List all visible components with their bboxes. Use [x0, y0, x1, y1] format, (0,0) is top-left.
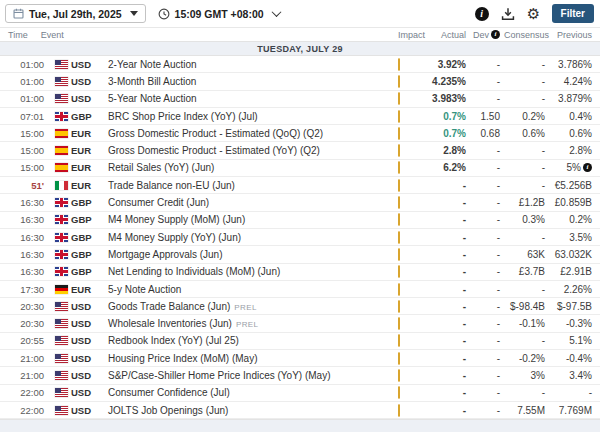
event-row[interactable]: 16:30 GBP M4 Money Supply (MoM) (Jun) - … — [0, 212, 600, 229]
deviation-value: - — [470, 232, 504, 243]
currency-cell: EUR — [48, 162, 100, 173]
impact-meter-icon — [398, 265, 400, 278]
currency-cell: USD — [48, 76, 100, 87]
deviation-value: - — [470, 405, 504, 416]
event-name: M4 Money Supply (MoM) (Jun) — [100, 214, 390, 225]
us-flag-icon — [55, 354, 68, 363]
event-time: 20:30 — [0, 301, 48, 312]
event-row[interactable]: 07:01 GBP BRC Shop Price Index (YoY) (Ju… — [0, 108, 600, 125]
currency-code: USD — [71, 335, 91, 346]
consensus-value: - — [504, 93, 550, 104]
event-row[interactable]: 22:00 USD Consumer Confidence (Jul) - - … — [0, 385, 600, 402]
event-name: Redbook Index (YoY) (Jul 25) — [100, 335, 390, 346]
date-picker-label: Tue, Jul 29th, 2025 — [29, 8, 122, 20]
gb-flag-icon — [55, 267, 68, 276]
event-time: 16:30 — [0, 197, 48, 208]
event-time: 21:00 — [0, 370, 48, 381]
timezone-label: 15:09 GMT +08:00 — [175, 8, 264, 20]
previous-info-icon[interactable]: i — [583, 163, 592, 172]
actual-value: - — [430, 232, 470, 243]
gb-flag-icon — [55, 198, 68, 207]
timezone-selector[interactable]: 15:09 GMT +08:00 — [158, 8, 280, 20]
actual-value: - — [430, 405, 470, 416]
event-row[interactable]: 16:30 GBP Net Lending to Individuals (Mo… — [0, 264, 600, 281]
event-row[interactable]: 20:55 USD Redbook Index (YoY) (Jul 25) -… — [0, 333, 600, 350]
event-row[interactable]: 16:30 GBP M4 Money Supply (YoY) (Jun) - … — [0, 229, 600, 246]
column-header-dev: Devi — [470, 30, 504, 40]
event-row[interactable]: 01:00 USD 3-Month Bill Auction 4.235% - … — [0, 73, 600, 90]
event-row[interactable]: 51' EUR Trade Balance non-EU (Jun) - - -… — [0, 177, 600, 194]
currency-cell: GBP — [48, 266, 100, 277]
actual-value: 3.92% — [430, 59, 470, 70]
currency-cell: EUR — [48, 284, 100, 295]
dev-info-icon[interactable]: i — [491, 30, 500, 39]
event-row[interactable]: 16:30 GBP Consumer Credit (Jun) - - £1.2… — [0, 194, 600, 211]
event-name: 5-y Note Auction — [100, 284, 390, 295]
impact-cell — [390, 266, 430, 277]
event-row[interactable]: 21:00 USD S&P/Case-Shiller Home Price In… — [0, 367, 600, 384]
consensus-value: £1.2B — [504, 197, 550, 208]
event-time: 17:30 — [0, 284, 48, 295]
date-picker[interactable]: Tue, Jul 29th, 2025 — [5, 4, 146, 23]
event-row[interactable]: 15:00 EUR Retail Sales (YoY) (Jun) 6.2% … — [0, 160, 600, 177]
impact-meter-icon — [398, 75, 400, 88]
impact-meter-icon — [398, 369, 400, 382]
previous-value: 2.8% — [550, 145, 600, 156]
es-flag-icon — [55, 129, 68, 138]
previous-value: 3.4% — [550, 370, 600, 381]
deviation-value: - — [470, 214, 504, 225]
event-row[interactable]: 21:00 USD Housing Price Index (MoM) (May… — [0, 350, 600, 367]
consensus-value: - — [504, 335, 550, 346]
us-flag-icon — [55, 406, 68, 415]
deviation-value: - — [470, 162, 504, 173]
previous-value: -0.4% — [550, 353, 600, 364]
impact-cell — [390, 353, 430, 364]
event-name: Gross Domestic Product - Estimated (YoY)… — [100, 145, 390, 156]
actual-value: 3.983% — [430, 93, 470, 104]
consensus-value: -0.2% — [504, 353, 550, 364]
impact-cell — [390, 387, 430, 398]
event-row[interactable]: 20:30 USD Wholesale Inventories (Jun)PRE… — [0, 315, 600, 332]
info-button[interactable]: i — [472, 4, 492, 24]
impact-cell — [390, 93, 430, 104]
us-flag-icon — [55, 319, 68, 328]
us-flag-icon — [55, 302, 68, 311]
impact-cell — [390, 232, 430, 243]
currency-code: USD — [71, 301, 91, 312]
event-name: Retail Sales (YoY) (Jun) — [100, 162, 390, 173]
impact-meter-icon — [398, 248, 400, 261]
event-time: 16:30 — [0, 214, 48, 225]
event-name: 3-Month Bill Auction — [100, 76, 390, 87]
previous-value: €5.256B — [550, 180, 600, 191]
event-row[interactable]: 15:00 EUR Gross Domestic Product - Estim… — [0, 142, 600, 159]
previous-value: -0.3% — [550, 318, 600, 329]
column-header-consensus: Consensus — [504, 30, 550, 40]
event-row[interactable]: 15:00 EUR Gross Domestic Product - Estim… — [0, 125, 600, 142]
column-header-actual: Actual — [430, 30, 470, 40]
es-flag-icon — [55, 146, 68, 155]
previous-value: 3.879% — [550, 93, 600, 104]
actual-value: - — [430, 301, 470, 312]
consensus-value: - — [504, 180, 550, 191]
filter-button[interactable]: Filter — [552, 4, 594, 23]
download-button[interactable] — [498, 4, 518, 24]
impact-meter-icon — [398, 404, 400, 417]
actual-value: 0.7% — [430, 111, 470, 122]
event-row[interactable]: 22:00 USD JOLTS Job Openings (Jun) - - 7… — [0, 402, 600, 419]
consensus-value: - — [504, 76, 550, 87]
event-row[interactable]: 16:30 GBP Mortgage Approvals (Jun) - - 6… — [0, 246, 600, 263]
deviation-value: - — [470, 93, 504, 104]
deviation-value: 1.50 — [470, 111, 504, 122]
previous-value: £0.859B — [550, 197, 600, 208]
event-time: 15:00 — [0, 162, 48, 173]
event-row[interactable]: 20:30 USD Goods Trade Balance (Jun)PREL … — [0, 298, 600, 315]
us-flag-icon — [55, 371, 68, 380]
event-row[interactable]: 01:00 USD 2-Year Note Auction 3.92% - - … — [0, 56, 600, 73]
settings-button[interactable]: ⚙ — [524, 4, 544, 24]
previous-value: 5.1% — [550, 335, 600, 346]
us-flag-icon — [55, 336, 68, 345]
consensus-value: 63K — [504, 249, 550, 260]
impact-cell — [390, 405, 430, 416]
event-row[interactable]: 17:30 EUR 5-y Note Auction - - - 2.26% — [0, 281, 600, 298]
event-row[interactable]: 01:00 USD 5-Year Note Auction 3.983% - -… — [0, 91, 600, 108]
